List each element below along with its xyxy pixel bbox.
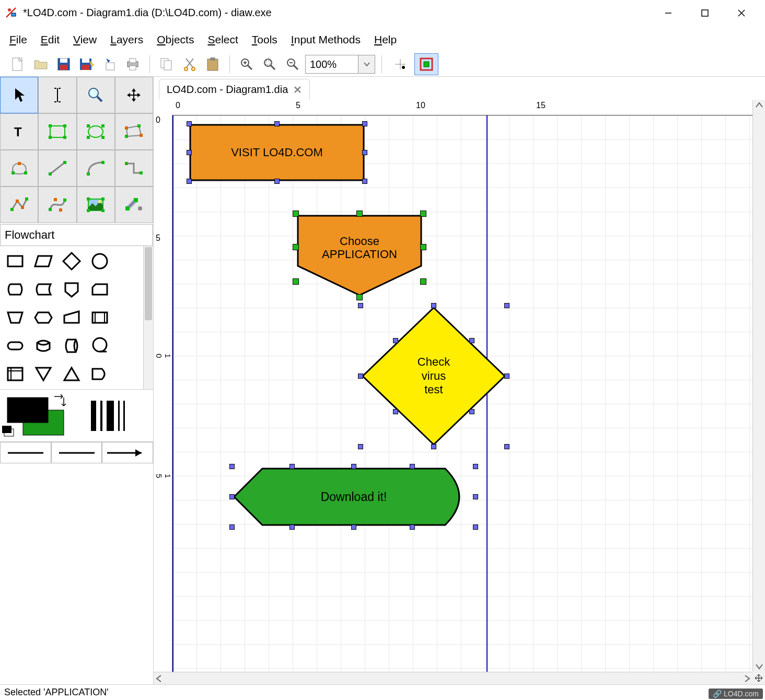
- toolbar-separator: [229, 55, 230, 73]
- shape-decision-virus[interactable]: Check virus test: [361, 306, 507, 447]
- menu-layers[interactable]: Layers: [110, 33, 143, 46]
- new-button[interactable]: [7, 54, 28, 74]
- menu-help[interactable]: Help: [374, 33, 397, 46]
- shape-offpage-choose[interactable]: Choose APPLICATION: [296, 214, 423, 297]
- svg-rect-64: [101, 209, 105, 212]
- tool-beziergon[interactable]: [0, 150, 38, 186]
- shape-merge[interactable]: [29, 360, 57, 388]
- arrow-end[interactable]: [102, 442, 153, 463]
- shape-card[interactable]: [86, 275, 114, 304]
- maximize-button[interactable]: [687, 3, 723, 24]
- tool-line[interactable]: [38, 150, 76, 186]
- shape-delay[interactable]: [86, 360, 114, 388]
- nav-corner[interactable]: [752, 672, 765, 684]
- tool-arc[interactable]: [77, 150, 115, 186]
- shape-decision[interactable]: [57, 247, 86, 275]
- tool-zigzag[interactable]: [115, 150, 153, 186]
- snap-object-button[interactable]: [414, 53, 438, 75]
- shape-preparation-download[interactable]: Download it!: [232, 466, 476, 527]
- shape-manual-op[interactable]: [1, 304, 29, 332]
- save-button[interactable]: [53, 54, 74, 74]
- svg-rect-47: [87, 172, 90, 176]
- fgbg-swatch[interactable]: [2, 392, 70, 439]
- paste-button[interactable]: [202, 54, 223, 74]
- shape-scrollbar[interactable]: [143, 246, 153, 389]
- tool-outline[interactable]: [115, 186, 153, 223]
- ruler-horizontal[interactable]: 0 5 10 15: [172, 100, 752, 115]
- tool-pointer[interactable]: [0, 77, 38, 113]
- tool-scroll[interactable]: [115, 77, 153, 113]
- menu-file[interactable]: File: [9, 33, 27, 46]
- tool-text-edit[interactable]: [38, 77, 76, 113]
- snap-grid-button[interactable]: [388, 53, 412, 75]
- guide-line[interactable]: [172, 115, 173, 672]
- tool-text[interactable]: T: [0, 113, 38, 150]
- shape-display[interactable]: [1, 275, 29, 304]
- shape-manual-input[interactable]: [57, 304, 86, 332]
- zoom-input[interactable]: [306, 55, 358, 73]
- toolbar-separator: [149, 55, 150, 73]
- sheet-select[interactable]: [0, 224, 153, 246]
- scrollbar-horizontal[interactable]: [154, 672, 752, 684]
- svg-rect-53: [21, 206, 24, 209]
- shape-internal-storage[interactable]: [1, 360, 29, 388]
- tool-box[interactable]: [38, 113, 76, 150]
- print-button[interactable]: [122, 54, 143, 74]
- tool-polygon[interactable]: [115, 113, 153, 150]
- open-button[interactable]: [30, 54, 51, 74]
- svg-rect-77: [2, 426, 11, 433]
- export-button[interactable]: [99, 54, 120, 74]
- minimize-button[interactable]: [650, 3, 687, 24]
- tab-close-icon[interactable]: ✕: [293, 84, 302, 96]
- menu-objects[interactable]: Objects: [157, 33, 194, 46]
- ruler-vertical[interactable]: 0 5 10 15: [154, 115, 172, 672]
- arrow-mid[interactable]: [51, 442, 102, 463]
- shape-io[interactable]: [29, 247, 57, 275]
- shape-connector[interactable]: [86, 247, 114, 275]
- menu-edit[interactable]: Edit: [41, 33, 60, 46]
- shape-offpage[interactable]: [57, 275, 86, 304]
- zoom-out-button[interactable]: [282, 54, 303, 74]
- shape-magnetic-disk[interactable]: [29, 332, 57, 360]
- save-as-button[interactable]: [76, 54, 97, 74]
- tool-ellipse[interactable]: [77, 113, 115, 150]
- arrow-start[interactable]: [0, 442, 51, 463]
- tool-polyline[interactable]: [0, 186, 38, 223]
- zoom-fit-button[interactable]: [259, 54, 280, 74]
- status-text: Selected 'APPLICATION': [4, 687, 109, 698]
- svg-rect-56: [63, 199, 66, 202]
- zoom-combo[interactable]: [305, 55, 375, 74]
- shape-direct-data[interactable]: [57, 332, 86, 360]
- scrollbar-vertical[interactable]: [752, 100, 765, 672]
- shape-stored-data[interactable]: [29, 275, 57, 304]
- shape-preparation[interactable]: [29, 304, 57, 332]
- shape-process[interactable]: [1, 247, 29, 275]
- shape-sequential[interactable]: [86, 332, 114, 360]
- zoom-dropdown[interactable]: [358, 55, 375, 73]
- line-style-preview[interactable]: [86, 398, 143, 434]
- shape-terminal[interactable]: [1, 332, 29, 360]
- svg-rect-36: [87, 136, 90, 139]
- shape-predefined[interactable]: [86, 304, 114, 332]
- cut-button[interactable]: [179, 54, 200, 74]
- canvas[interactable]: VISIT LO4D.COM Choose APPLICATION: [172, 115, 752, 672]
- close-button[interactable]: [723, 3, 760, 24]
- sheet-name[interactable]: [1, 225, 153, 246]
- svg-text:T: T: [14, 125, 22, 138]
- tool-bezier[interactable]: [38, 186, 76, 223]
- menu-view[interactable]: View: [73, 33, 97, 46]
- copy-button[interactable]: [156, 54, 177, 74]
- zoom-in-button[interactable]: [236, 54, 257, 74]
- shape-box-visit[interactable]: VISIT LO4D.COM: [189, 124, 365, 181]
- svg-rect-1: [11, 13, 16, 16]
- svg-rect-68: [8, 256, 22, 266]
- svg-point-67: [138, 206, 142, 211]
- tool-image[interactable]: [77, 186, 115, 223]
- menu-select[interactable]: Select: [207, 33, 238, 46]
- menu-tools[interactable]: Tools: [252, 33, 277, 46]
- document-tab[interactable]: LO4D.com - Diagram1.dia ✕: [159, 79, 310, 100]
- svg-rect-73: [8, 368, 22, 380]
- tool-magnify[interactable]: [77, 77, 115, 113]
- shape-extract[interactable]: [57, 360, 86, 388]
- menu-input-methods[interactable]: Input Methods: [291, 33, 361, 46]
